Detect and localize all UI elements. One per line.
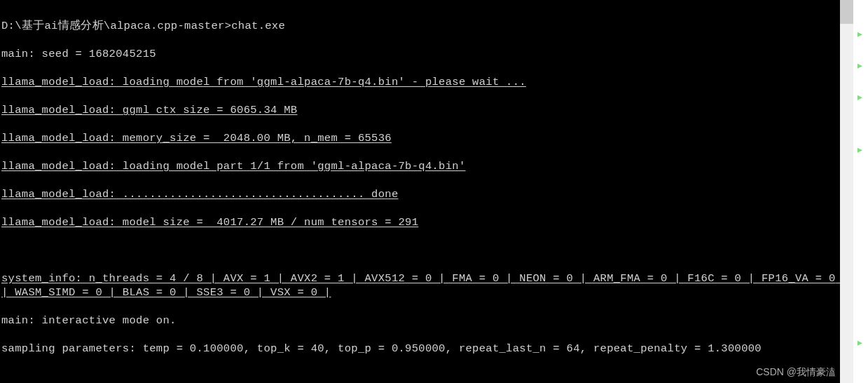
marker-icon: ▸ [856, 91, 866, 104]
cmd-prompt-line: D:\基于ai情感分析\alpaca.cpp-master>chat.exe [1, 20, 839, 34]
right-gutter: ▸ ▸ ▸ ▸ ▸ [853, 0, 868, 383]
marker-icon: ▸ [856, 144, 866, 156]
system-info-line: system_info: n_threads = 4 / 8 | AVX = 1… [1, 272, 839, 300]
vertical-scrollbar[interactable] [840, 0, 853, 383]
seed-line: main: seed = 1682045215 [1, 48, 839, 62]
scrollbar-thumb[interactable] [840, 0, 853, 24]
marker-icon: ▸ [856, 337, 866, 349]
model-load-line-6: llama_model_load: model size = 4017.27 M… [1, 216, 839, 230]
model-load-line-4: llama_model_load: loading model part 1/1… [1, 160, 839, 174]
model-load-line-3: llama_model_load: memory_size = 2048.00 … [1, 132, 839, 146]
blank-line [1, 244, 839, 258]
blank-line [1, 370, 839, 383]
marker-icon: ▸ [856, 60, 866, 72]
sampling-params-line: sampling parameters: temp = 0.100000, to… [1, 342, 839, 356]
model-load-line-1: llama_model_load: loading model from 'gg… [1, 76, 839, 90]
marker-icon: ▸ [856, 28, 866, 41]
interactive-mode-line: main: interactive mode on. [1, 314, 839, 328]
watermark-text: CSDN @我情豪溘 [756, 366, 836, 379]
model-load-line-2: llama_model_load: ggml ctx size = 6065.3… [1, 104, 839, 118]
model-load-line-5: llama_model_load: ......................… [1, 188, 839, 202]
terminal-window[interactable]: D:\基于ai情感分析\alpaca.cpp-master>chat.exe m… [0, 0, 840, 383]
